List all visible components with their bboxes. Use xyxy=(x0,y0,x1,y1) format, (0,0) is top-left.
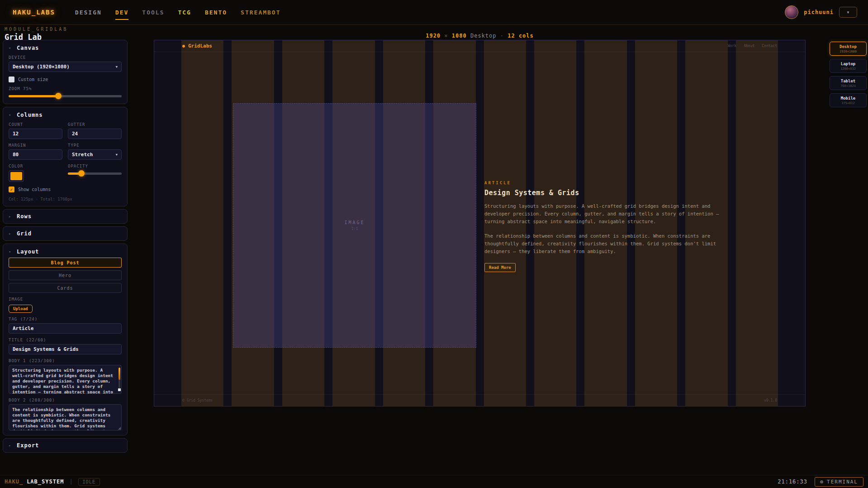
color-label: COLOR xyxy=(9,164,62,168)
device-name: Desktop xyxy=(831,44,865,49)
preview-article-title: Design Systems & Grids xyxy=(484,189,732,197)
device-size: 1280×832 xyxy=(831,67,865,71)
upload-button[interactable]: Upload xyxy=(9,305,33,313)
rows-panel-header[interactable]: Rows xyxy=(9,213,122,220)
preset-blog-post-button[interactable]: Blog Post xyxy=(9,258,122,268)
columns-panel-header[interactable]: Columns xyxy=(9,112,122,118)
size-width: 1920 xyxy=(426,33,441,39)
read-more-button: Read More xyxy=(484,263,516,272)
caret-right-icon xyxy=(9,443,12,448)
grid-panel: Grid xyxy=(3,226,128,241)
layout-panel-header[interactable]: Layout xyxy=(9,249,122,255)
control-sidebar: Canvas DEVICE Desktop (1920×1080) Custom… xyxy=(3,40,128,453)
image-placeholder-ratio: 1:1 xyxy=(351,227,358,231)
size-height: 1080 xyxy=(452,33,467,39)
type-label: TYPE xyxy=(68,143,122,148)
body1-textarea[interactable]: Structuring layouts with purpose. A well… xyxy=(9,365,122,394)
zoom-slider[interactable] xyxy=(9,93,122,99)
preset-hero-button[interactable]: Hero xyxy=(9,270,122,280)
export-panel-header[interactable]: Export xyxy=(9,442,122,449)
preview-footer-version: v0.1.0 xyxy=(764,398,777,402)
nav-item-streambot[interactable]: STREAMBOT xyxy=(241,9,280,16)
device-name: Tablet xyxy=(831,79,865,83)
zoom-slider-thumb[interactable] xyxy=(55,93,62,99)
size-sep: · xyxy=(500,33,504,39)
top-nav: HAKU_LABS DESIGN DEV TOOLS TCG BENTO STR… xyxy=(0,0,868,25)
opacity-slider-thumb[interactable] xyxy=(78,170,85,177)
nav-item-design[interactable]: DESIGN xyxy=(75,9,102,16)
resize-handle[interactable] xyxy=(118,427,121,430)
nav-item-dev[interactable]: DEV xyxy=(115,9,128,16)
caret-right-icon xyxy=(9,231,12,236)
opacity-slider[interactable] xyxy=(68,170,122,177)
device-select-value: Desktop (1920×1080) xyxy=(13,64,70,70)
logo-dot-icon xyxy=(182,45,185,48)
textarea-scrollbar[interactable] xyxy=(119,368,120,388)
show-columns-checkbox-row[interactable]: Show columns xyxy=(9,187,122,192)
type-select-value: Stretch xyxy=(72,152,93,158)
device-button-mobile[interactable]: Mobile 375×812 xyxy=(830,93,867,107)
preview-nav-about: About xyxy=(744,44,754,48)
terminal-button[interactable]: TERMINAL xyxy=(815,477,863,487)
terminal-dot-icon xyxy=(820,480,823,483)
body2-textarea[interactable]: The relationship between columns and con… xyxy=(9,404,122,431)
zoom-label: ZOOM 75% xyxy=(9,86,122,91)
user-menu-button[interactable] xyxy=(839,7,857,18)
preview-site-header: GridLabs Work About Contact xyxy=(154,40,805,52)
module-label: MODULE_GRIDLAB xyxy=(5,27,68,32)
statusbar-right: 21:16:33 TERMINAL xyxy=(778,477,863,487)
grid-panel-header[interactable]: Grid xyxy=(9,230,122,237)
tag-label: TAG (7/24) xyxy=(9,317,122,321)
preset-cards-button[interactable]: Cards xyxy=(9,283,122,293)
type-select[interactable]: Stretch xyxy=(68,149,122,160)
custom-size-label: Custom size xyxy=(18,77,48,82)
opacity-label: OPACITY xyxy=(68,164,122,168)
nav-item-tools[interactable]: TOOLS xyxy=(142,9,164,16)
statusbar-divider: | xyxy=(69,478,72,485)
tag-input[interactable] xyxy=(9,323,122,334)
zoom-slider-fill xyxy=(9,95,58,97)
avatar[interactable] xyxy=(785,5,798,19)
preview-nav-work: Work xyxy=(728,44,736,48)
size-times: × xyxy=(444,33,448,39)
color-chip xyxy=(10,172,22,180)
device-rail: Desktop 1920×1080 Laptop 1280×832 Tablet… xyxy=(830,42,867,107)
custom-size-checkbox-row[interactable]: Custom size xyxy=(9,77,122,82)
title-input[interactable] xyxy=(9,344,122,354)
caret-down-icon xyxy=(9,46,12,50)
caret-right-icon xyxy=(9,214,12,219)
main-nav: DESIGN DEV TOOLS TCG BENTO STREAMBOT xyxy=(75,9,281,16)
canvas-panel-header[interactable]: Canvas xyxy=(9,45,122,51)
device-button-laptop[interactable]: Laptop 1280×832 xyxy=(830,59,867,73)
device-button-desktop[interactable]: Desktop 1920×1080 xyxy=(830,42,867,56)
nav-item-bento[interactable]: BENTO xyxy=(205,9,227,16)
device-button-tablet[interactable]: Tablet 768×1024 xyxy=(830,76,867,90)
gutter-input[interactable] xyxy=(68,129,122,139)
margin-input[interactable] xyxy=(9,149,62,160)
columns-panel: Columns COUNT GUTTER MARGIN TYPE xyxy=(3,107,128,206)
preview-canvas[interactable]: GridLabs Work About Contact ARTICLE Desi… xyxy=(154,40,806,407)
scrollbar-thumb[interactable] xyxy=(119,368,120,380)
device-name: Laptop xyxy=(831,62,865,66)
status-bar: HAKU_ LAB_SYSTEM | IDLE 21:16:33 TERMINA… xyxy=(0,475,868,488)
brand-logo[interactable]: HAKU_LABS xyxy=(13,9,55,16)
resize-handle[interactable] xyxy=(118,388,121,391)
color-swatch[interactable] xyxy=(9,170,24,182)
device-size: 375×812 xyxy=(831,101,865,105)
preview-logo-text: GridLabs xyxy=(188,43,212,49)
custom-size-checkbox[interactable] xyxy=(9,77,14,82)
user-area: pichuuni xyxy=(785,5,857,19)
nav-item-tcg[interactable]: TCG xyxy=(178,9,191,16)
show-columns-checkbox[interactable] xyxy=(9,187,14,192)
device-select[interactable]: Desktop (1920×1080) xyxy=(9,62,122,72)
count-input[interactable] xyxy=(9,129,62,139)
preview-article-paragraph: The relationship between columns and con… xyxy=(484,232,732,255)
image-label: IMAGE xyxy=(9,297,122,301)
caret-down-icon xyxy=(9,113,12,117)
margin-label: MARGIN xyxy=(9,143,62,148)
statusbar-mode-badge: IDLE xyxy=(78,478,100,486)
canvas-panel: Canvas DEVICE Desktop (1920×1080) Custom… xyxy=(3,40,128,104)
grid-panel-title: Grid xyxy=(17,230,32,237)
show-columns-label: Show columns xyxy=(18,187,51,192)
preview-article-tag: ARTICLE xyxy=(484,181,732,185)
